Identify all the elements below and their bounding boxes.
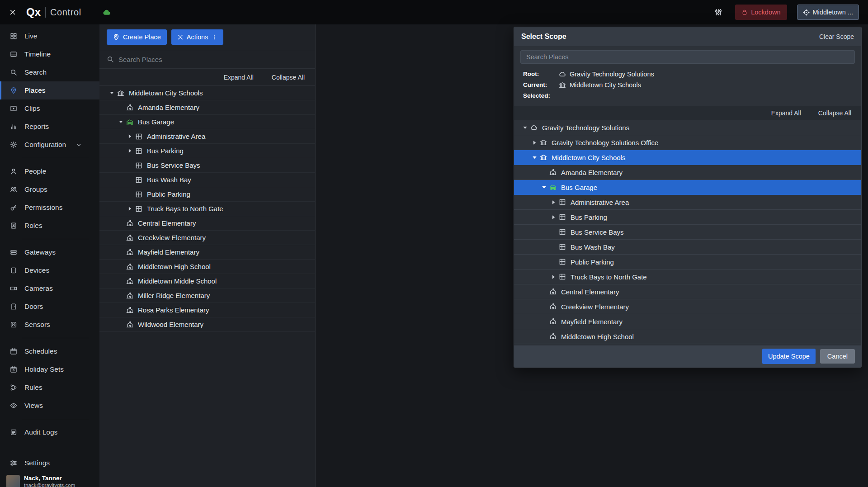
user-profile[interactable]: Nack, Tanner tnack@gravitygts.com Gravit…: [0, 472, 99, 487]
caret-right-icon[interactable]: [548, 199, 558, 205]
tree-item-middletown-high-school[interactable]: Middletown High School: [514, 329, 861, 344]
tree-item-middletown-high-school[interactable]: Middletown High School: [99, 260, 315, 274]
lockdown-button[interactable]: Lockdown: [735, 5, 787, 20]
caret-down-icon[interactable]: [529, 155, 539, 161]
caret-down-icon[interactable]: [520, 125, 530, 131]
sidebar-item-timeline[interactable]: Timeline: [0, 45, 99, 63]
tree-item-bus-parking[interactable]: Bus Parking: [99, 144, 315, 158]
clear-scope-link[interactable]: Clear Scope: [819, 33, 854, 40]
tree-item-bus-parking[interactable]: Bus Parking: [514, 210, 861, 225]
school-icon: [126, 278, 134, 285]
tree-item-gravity-technology-solutions[interactable]: Gravity Technology Solutions: [514, 120, 861, 135]
tree-item-bus-service-bays[interactable]: Bus Service Bays: [514, 225, 861, 240]
brand-primary: Qx: [26, 6, 41, 19]
close-icon[interactable]: [9, 9, 16, 16]
scope-search-input[interactable]: [520, 50, 855, 64]
tree-item-central-elementary[interactable]: Central Elementary: [514, 284, 861, 299]
places-search-bar[interactable]: [99, 50, 315, 69]
actions-button[interactable]: Actions: [171, 29, 224, 45]
tree-item-amanda-elementary[interactable]: Amanda Elementary: [514, 165, 861, 180]
modal-footer: Update Scope Cancel: [514, 345, 861, 367]
caret-right-icon[interactable]: [125, 133, 135, 139]
sidebar-item-reports[interactable]: Reports: [0, 118, 99, 136]
sidebar-item-devices[interactable]: Devices: [0, 261, 99, 279]
tree-item-public-parking[interactable]: Public Parking: [514, 255, 861, 270]
sidebar-item-people[interactable]: People: [0, 162, 99, 180]
tree-item-bus-service-bays[interactable]: Bus Service Bays: [99, 158, 315, 173]
collapse-all-link[interactable]: Collapse All: [818, 109, 851, 117]
tree-item-truck-bays-to-north-gate[interactable]: Truck Bays to North Gate: [99, 202, 315, 216]
sidebar-item-search[interactable]: Search: [0, 63, 99, 81]
caret-right-icon[interactable]: [548, 274, 558, 280]
caret-right-icon[interactable]: [125, 206, 135, 212]
tree-item-mayfield-elementary[interactable]: Mayfield Elementary: [99, 245, 315, 260]
sidebar-item-groups[interactable]: Groups: [0, 180, 99, 199]
sidebar-item-permissions[interactable]: Permissions: [0, 199, 99, 217]
sidebar-item-sensors[interactable]: Sensors: [0, 316, 99, 334]
app-root: Qx Control Lockdown Middletown ... LiveT…: [0, 0, 868, 487]
tree-item-creekview-elementary[interactable]: Creekview Elementary: [99, 231, 315, 245]
sidebar-nav: LiveTimelineSearchPlacesClipsReportsConf…: [0, 24, 99, 441]
sidebar-item-places[interactable]: Places: [0, 81, 99, 99]
sidebar-item-clips[interactable]: Clips: [0, 99, 99, 118]
caret-down-icon[interactable]: [116, 119, 126, 125]
search-places-input[interactable]: [118, 56, 308, 63]
sidebar-item-gateways[interactable]: Gateways: [0, 243, 99, 261]
tree-item-bus-wash-bay[interactable]: Bus Wash Bay: [99, 173, 315, 187]
tree-item-public-parking[interactable]: Public Parking: [99, 187, 315, 202]
garage-icon: [549, 184, 557, 191]
tree-item-middletown-city-schools[interactable]: Middletown City Schools: [99, 86, 315, 100]
tree-item-middletown-city-schools[interactable]: Middletown City Schools: [514, 150, 861, 165]
avatar: [6, 475, 20, 487]
scope-info: Root: Gravity Technology Solutions Curre…: [514, 68, 861, 106]
tree-item-bus-garage[interactable]: Bus Garage: [514, 180, 861, 195]
sidebar-item-audit-logs[interactable]: Audit Logs: [0, 423, 99, 441]
tree-item-label: Creekview Elementary: [561, 303, 629, 311]
caret-right-icon[interactable]: [548, 214, 558, 220]
area-icon: [135, 176, 143, 184]
tree-item-label: Gravity Technology Solutions Office: [552, 139, 658, 147]
tree-item-bus-wash-bay[interactable]: Bus Wash Bay: [514, 240, 861, 255]
sidebar-item-configuration[interactable]: Configuration: [0, 136, 99, 154]
sidebar-item-schedules[interactable]: Schedules: [0, 342, 99, 360]
sidebar-item-holiday-sets[interactable]: Holiday Sets: [0, 360, 99, 378]
scope-tree[interactable]: Gravity Technology SolutionsGravity Tech…: [514, 120, 861, 345]
cancel-button[interactable]: Cancel: [820, 349, 855, 364]
expand-all-link[interactable]: Expand All: [771, 109, 801, 117]
sidebar-item-cameras[interactable]: Cameras: [0, 279, 99, 298]
sidebar-item-settings[interactable]: Settings: [0, 454, 99, 472]
create-place-button[interactable]: Create Place: [107, 29, 167, 45]
sidebar-item-label: Configuration: [24, 141, 66, 149]
scope-selector-button[interactable]: Middletown ...: [797, 5, 859, 20]
sidebar-item-live[interactable]: Live: [0, 27, 99, 45]
caret-right-icon[interactable]: [529, 140, 539, 146]
tree-item-miller-ridge-elementary[interactable]: Miller Ridge Elementary: [99, 288, 315, 303]
tree-item-gravity-technology-solutions-office[interactable]: Gravity Technology Solutions Office: [514, 135, 861, 150]
filter-sliders-icon[interactable]: [714, 8, 722, 16]
tree-item-creekview-elementary[interactable]: Creekview Elementary: [514, 299, 861, 314]
expand-all-link[interactable]: Expand All: [224, 74, 254, 81]
tree-item-middletown-middle-school[interactable]: Middletown Middle School: [99, 274, 315, 288]
caret-down-icon[interactable]: [539, 184, 549, 190]
key-icon: [9, 204, 18, 211]
sidebar-item-views[interactable]: Views: [0, 397, 99, 415]
tree-item-rosa-parks-elementary[interactable]: Rosa Parks Elementary: [99, 303, 315, 317]
caret-down-icon[interactable]: [107, 90, 117, 96]
tree-item-mayfield-elementary[interactable]: Mayfield Elementary: [514, 314, 861, 329]
door-icon: [9, 303, 18, 310]
tree-item-administrative-area[interactable]: Administrative Area: [514, 195, 861, 210]
tree-item-truck-bays-to-north-gate[interactable]: Truck Bays to North Gate: [514, 270, 861, 284]
tree-item-administrative-area[interactable]: Administrative Area: [99, 129, 315, 144]
sidebar-item-roles[interactable]: Roles: [0, 217, 99, 235]
sidebar-item-rules[interactable]: Rules: [0, 378, 99, 397]
tree-item-amanda-elementary[interactable]: Amanda Elementary: [99, 100, 315, 115]
tree-item-bus-garage[interactable]: Bus Garage: [99, 115, 315, 129]
sidebar-item-doors[interactable]: Doors: [0, 298, 99, 316]
tree-item-central-elementary[interactable]: Central Elementary: [99, 216, 315, 231]
caret-right-icon[interactable]: [125, 148, 135, 154]
update-scope-button[interactable]: Update Scope: [762, 349, 816, 364]
tree-item-wildwood-elementary[interactable]: Wildwood Elementary: [99, 317, 315, 332]
area-icon: [558, 228, 566, 236]
collapse-all-link[interactable]: Collapse All: [272, 74, 305, 81]
select-scope-modal: Select Scope Clear Scope Root: Gravity T…: [514, 27, 862, 368]
